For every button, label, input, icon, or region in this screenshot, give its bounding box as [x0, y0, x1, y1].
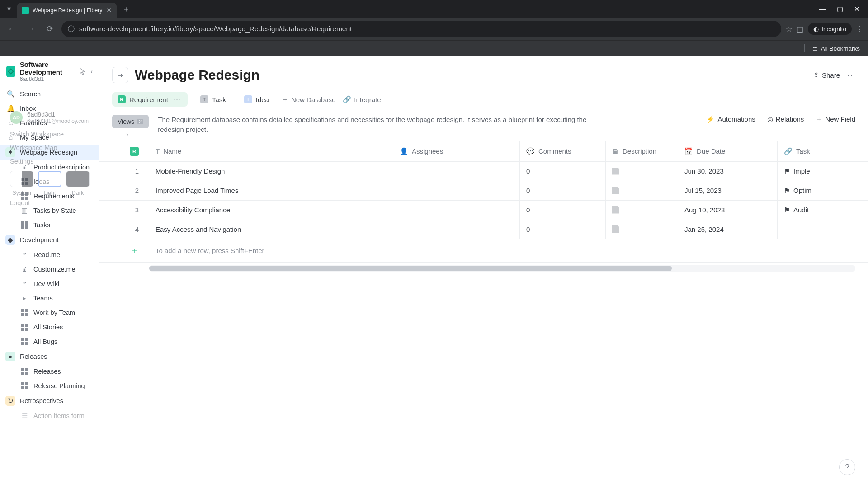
relations-button[interactable]: ◎Relations — [767, 115, 804, 123]
col-header-comments[interactable]: 💬Comments — [520, 141, 606, 162]
sidebar-item-dev-wiki[interactable]: 🗎Dev Wiki — [0, 277, 99, 291]
sidebar-space-retrospectives[interactable]: ↻Retrospectives — [0, 393, 99, 408]
close-window-icon[interactable]: ✕ — [854, 5, 860, 13]
tab-requirement[interactable]: RRequirement⋯ — [112, 92, 188, 107]
cell-task[interactable]: ⚑Audit — [778, 201, 868, 220]
col-header-description[interactable]: 🗎Description — [606, 141, 678, 162]
col-header-name[interactable]: TName — [149, 141, 393, 162]
tab-search-dropdown[interactable]: ▾ — [4, 4, 14, 14]
forward-button[interactable]: → — [24, 22, 38, 36]
cell-description[interactable] — [606, 220, 678, 239]
cell-due-date[interactable]: Aug 10, 2023 — [678, 201, 778, 220]
cell-comments[interactable]: 0 — [520, 162, 606, 181]
sidebar-collapse-caret[interactable]: ‹ — [90, 68, 93, 75]
cell-description[interactable] — [606, 201, 678, 220]
back-button[interactable]: ← — [5, 22, 19, 36]
integrate-button[interactable]: 🔗Integrate — [343, 95, 381, 103]
sidebar-item-tasks[interactable]: Tasks — [0, 218, 99, 232]
new-database-button[interactable]: ＋New Database — [282, 95, 335, 104]
cell-assignees[interactable] — [393, 201, 520, 220]
all-bookmarks-button[interactable]: 🗀 All Bookmarks — [812, 45, 860, 52]
tab-more-icon[interactable]: ⋯ — [172, 95, 182, 103]
sidebar-space-webpage-redesign[interactable]: ✦Webpage Redesign — [0, 145, 99, 160]
cell-description[interactable] — [606, 162, 678, 181]
sidebar-item-all-stories[interactable]: All Stories — [0, 320, 99, 334]
bookmark-star-icon[interactable]: ☆ — [786, 25, 792, 33]
cell-due-date[interactable]: Jan 25, 2024 — [678, 220, 778, 239]
sidebar-search[interactable]: 🔍Search — [0, 87, 99, 101]
share-button[interactable]: ⇪ Share — [813, 71, 840, 79]
sidebar-item-requirements[interactable]: Requirements — [0, 189, 99, 203]
data-table: R TName 👤Assignees 💬Comments 🗎Descriptio… — [99, 141, 868, 263]
sidebar-space-releases[interactable]: ●Releases — [0, 349, 99, 364]
cell-due-date[interactable]: Jun 30, 2023 — [678, 162, 778, 181]
sidebar-item-release-planning[interactable]: Release Planning — [0, 379, 99, 393]
sidebar-inbox[interactable]: 🔔Inbox — [0, 101, 99, 116]
sidebar-item-customize[interactable]: 🗎Customize.me — [0, 262, 99, 277]
page-more-button[interactable]: ⋯ — [847, 70, 855, 80]
cell-assignees[interactable] — [393, 220, 520, 239]
sidebar-space-development[interactable]: ◆Development — [0, 232, 99, 248]
cell-name[interactable]: Easy Access and Navigation — [149, 220, 393, 239]
toggle-sidebar-button[interactable]: ⇥ — [112, 67, 128, 83]
incognito-badge[interactable]: ◐ Incognito — [808, 23, 852, 35]
workspace-header[interactable]: Software Development 6ad8d3d1 ‹ — [0, 56, 99, 87]
horizontal-scrollbar[interactable] — [149, 265, 855, 272]
grid-icon — [20, 381, 29, 390]
address-bar[interactable]: ⓘ software-development.fibery.io/fibery/… — [61, 21, 781, 37]
col-header-assignees[interactable]: 👤Assignees — [393, 141, 520, 162]
help-button[interactable]: ? — [839, 459, 855, 475]
sidebar-item-releases[interactable]: Releases — [0, 364, 99, 379]
new-field-button[interactable]: ＋New Field — [816, 115, 855, 123]
views-button[interactable]: Views 2 — [112, 115, 149, 128]
chrome-menu-icon[interactable]: ⋮ — [856, 25, 863, 33]
row-number[interactable]: 3 — [99, 201, 149, 220]
cell-assignees[interactable] — [393, 181, 520, 201]
browser-tab-active[interactable]: Webpage Redesign | Fibery ✕ — [17, 3, 117, 18]
row-number[interactable]: 2 — [99, 181, 149, 201]
minimize-icon[interactable]: ― — [819, 5, 826, 13]
sidebar-item-product-description[interactable]: 🗎Product description — [0, 160, 99, 174]
cell-name[interactable]: Improved Page Load Times — [149, 181, 393, 201]
site-info-icon[interactable]: ⓘ — [68, 25, 75, 33]
sidebar-item-tasks-by-state[interactable]: ▥Tasks by State — [0, 203, 99, 218]
row-number[interactable]: 1 — [99, 162, 149, 181]
sidebar-item-teams[interactable]: ▸Teams — [0, 291, 99, 305]
automations-button[interactable]: ⚡Automations — [706, 115, 755, 123]
tab-task[interactable]: TTask — [195, 92, 231, 107]
main-content: ⇥ Webpage Redesign ⇪ Share ⋯ RRequiremen… — [99, 56, 868, 488]
note-icon — [612, 206, 619, 214]
sidebar: Software Development 6ad8d3d1 ‹ 🔍Search … — [0, 56, 99, 488]
add-row-hint[interactable]: To add a new row, press Shift+Enter — [149, 239, 868, 263]
cell-description[interactable] — [606, 181, 678, 201]
side-panel-icon[interactable]: ◫ — [797, 25, 803, 33]
cell-task[interactable]: ⚑Imple — [778, 162, 868, 181]
col-header-task[interactable]: 🔗Task — [778, 141, 868, 162]
close-tab-icon[interactable]: ✕ — [106, 6, 112, 14]
cell-task[interactable]: ⚑Optim — [778, 181, 868, 201]
cell-comments[interactable]: 0 — [520, 220, 606, 239]
sidebar-item-work-by-team[interactable]: Work by Team — [0, 305, 99, 320]
cell-name[interactable]: Accessibility Compliance — [149, 201, 393, 220]
sidebar-item-all-bugs[interactable]: All Bugs — [0, 334, 99, 349]
cell-task[interactable] — [778, 220, 868, 239]
scrollbar-thumb[interactable] — [149, 266, 672, 271]
sidebar-favorites[interactable]: ☆Favorites — [0, 116, 99, 130]
cell-assignees[interactable] — [393, 162, 520, 181]
sidebar-item-readme[interactable]: 🗎Read.me — [0, 248, 99, 262]
row-number[interactable]: 4 — [99, 220, 149, 239]
sidebar-item-ideas[interactable]: Ideas — [0, 174, 99, 189]
cell-comments[interactable]: 0 — [520, 181, 606, 201]
tab-idea[interactable]: IIdea — [239, 92, 274, 107]
sidebar-item-action-items-form[interactable]: ☰Action Items form — [0, 408, 99, 423]
cell-name[interactable]: Mobile-Friendly Design — [149, 162, 393, 181]
sidebar-my-space[interactable]: ⌂My Space — [0, 130, 99, 145]
maximize-icon[interactable]: ▢ — [837, 5, 843, 13]
cell-comments[interactable]: 0 — [520, 201, 606, 220]
incognito-label: Incognito — [821, 26, 846, 33]
reload-button[interactable]: ⟳ — [42, 22, 57, 36]
add-row-plus[interactable]: ＋ — [99, 239, 149, 263]
new-tab-button[interactable]: ＋ — [122, 4, 130, 14]
cell-due-date[interactable]: Jul 15, 2023 — [678, 181, 778, 201]
col-header-due-date[interactable]: 📅Due Date — [678, 141, 778, 162]
